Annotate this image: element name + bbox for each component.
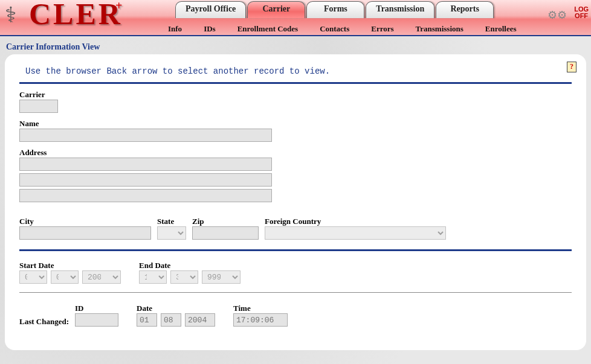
label-city: City [19,217,151,226]
label-zip: Zip [192,217,259,226]
logoff-link[interactable]: LOG OFF [574,6,589,19]
instruction-text: Use the browser Back arrow to select ano… [25,66,572,76]
label-end-date: End Date [139,261,241,270]
label-name: Name [19,119,572,129]
label-start-date: Start Date [19,261,121,270]
label-last-changed: Last Changed: [19,317,69,327]
carrier-field [19,100,58,113]
app-header: ⚕ CLER+ Payroll Office Carrier Forms Tra… [0,0,591,36]
tab-forms[interactable]: Forms [306,1,364,18]
label-lc-date: Date [137,304,215,313]
label-foreign-country: Foreign Country [265,217,446,226]
main-tabs: Payroll Office Carrier Forms Transmissio… [175,1,494,18]
subtab-enrollees[interactable]: Enrollees [474,24,528,34]
tab-payroll-office[interactable]: Payroll Office [175,1,246,18]
end-day-select: 31 [170,270,198,284]
label-lc-id: ID [75,304,118,313]
label-carrier: Carrier [19,90,572,100]
content-panel: ? Use the browser Back arrow to select a… [5,54,586,350]
tab-transmission[interactable]: Transmission [366,1,434,18]
start-year-select: 2001 [82,270,121,284]
end-month-select: 12 [139,270,167,284]
app-logo: CLER+ [29,0,132,31]
start-day-select: 01 [51,270,79,284]
divider-dates [19,249,572,251]
lc-time-field [233,313,288,327]
subtab-contacts[interactable]: Contacts [309,24,360,34]
tab-reports[interactable]: Reports [436,1,494,18]
end-year-select: 9999 [202,270,241,284]
foreign-country-select [265,226,446,240]
city-field [19,226,151,240]
gear-icon[interactable]: ⚙⚙ [547,8,567,22]
state-select [157,226,186,240]
subtab-errors[interactable]: Errors [360,24,404,34]
subtab-transmissions[interactable]: Transmissions [405,24,474,34]
divider-last-changed [19,292,572,293]
tab-carrier[interactable]: Carrier [247,1,305,18]
lc-year-field [185,313,215,327]
caduceus-icon: ⚕ [5,2,16,28]
address1-field [19,158,272,171]
address2-field [19,173,272,187]
zip-field [192,226,259,240]
subtab-ids[interactable]: IDs [193,24,227,34]
lc-id-field [75,313,118,327]
lc-month-field [137,313,157,327]
help-icon[interactable]: ? [567,62,576,72]
name-field [19,129,272,142]
label-state: State [157,217,186,226]
subtab-enrollment-codes[interactable]: Enrollment Codes [227,24,309,34]
address3-field [19,189,272,202]
start-month-select: 01 [19,270,47,284]
sub-tabs: Info IDs Enrollment Codes Contacts Error… [157,24,585,34]
divider-top [19,82,572,84]
lc-day-field [161,313,181,327]
label-address: Address [19,148,572,158]
page-title: Carrier Information View [6,42,591,52]
label-lc-time: Time [233,304,288,313]
subtab-info[interactable]: Info [157,24,193,34]
